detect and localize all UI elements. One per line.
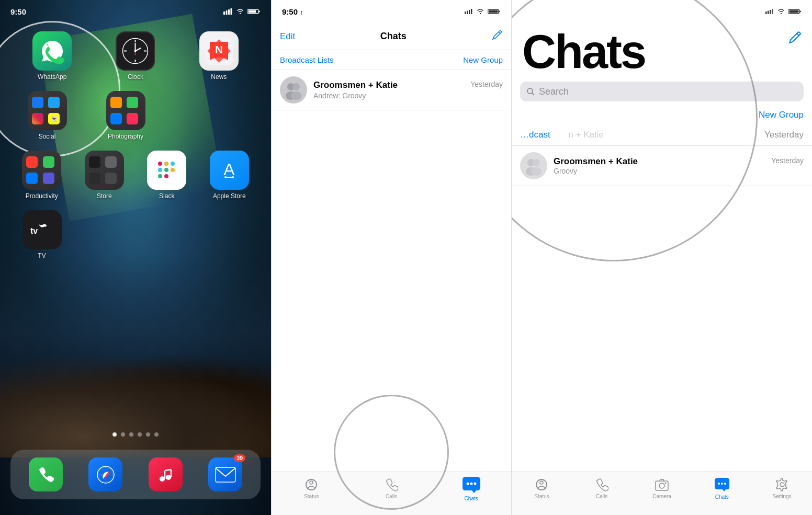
whatsapp-logo (39, 38, 65, 64)
zoom-camera-label: Camera (652, 494, 671, 499)
store-icon-el[interactable] (85, 151, 124, 190)
svg-point-62 (473, 482, 476, 485)
chats-time: 9:50 ↑ (282, 7, 303, 16)
slack-icon-el[interactable] (147, 151, 186, 190)
signal-icon-3 (765, 9, 774, 14)
svg-rect-50 (471, 9, 472, 14)
zoom-chats-label: Chats (715, 494, 729, 500)
chat-avatar-groomsmen (280, 76, 307, 104)
appletv-svg: tv (29, 222, 55, 238)
zoom-broadcast-partial: …dcast n + Katie Yesterday (512, 124, 812, 146)
svg-rect-22 (164, 168, 168, 172)
new-group-button[interactable]: New Group (463, 55, 503, 64)
wifi-icon-3 (777, 8, 785, 15)
zoom-tab-status[interactable]: Status (512, 478, 572, 499)
zoom-chat-item: Groomsmen + Katie Yesterday Groovy (512, 146, 812, 186)
svg-rect-53 (489, 10, 498, 13)
zoom-status-icons (765, 8, 802, 15)
edit-button[interactable]: Edit (280, 31, 295, 42)
svg-line-71 (532, 93, 534, 95)
chat-name-groomsmen: Groomsmen + Katie (313, 80, 398, 90)
signal-icon-2 (465, 9, 473, 14)
svg-rect-5 (259, 11, 260, 13)
app-grid: WhatsApp (10, 31, 261, 270)
photo-mini-1 (110, 97, 122, 108)
slack-svg (154, 157, 180, 184)
svg-rect-3 (231, 8, 232, 15)
mail-badge: 39 (234, 454, 245, 462)
battery-icon-3 (788, 8, 802, 15)
page-dot-3 (129, 432, 133, 437)
social-mini-tw (48, 97, 60, 108)
app-row-4: tv TV (10, 210, 261, 259)
photography-folder[interactable]: Photography (99, 91, 152, 140)
whatsapp-app[interactable]: WhatsApp (26, 31, 78, 81)
slack-label: Slack (159, 192, 174, 200)
zoom-camera-icon (655, 478, 669, 491)
compose-icon (491, 29, 503, 41)
tab-calls[interactable]: Calls (352, 478, 432, 499)
slack-app[interactable]: Slack (141, 151, 193, 200)
applestore-app[interactable]: A Apple Store (203, 151, 255, 200)
social-icon-el[interactable]: 👻 (28, 91, 67, 130)
zoom-tab-chats-active[interactable]: Chats (692, 477, 752, 500)
zoom-new-group-button[interactable]: New Group (759, 110, 804, 120)
chat-item-groomsmen[interactable]: Groomsmen + Katie Yesterday Andrew: Groo… (272, 70, 511, 110)
phone-dock-icon[interactable] (29, 457, 63, 491)
news-icon-el[interactable]: N (199, 31, 239, 71)
zoom-tab-camera[interactable]: Camera (632, 478, 692, 499)
clock-icon-el[interactable] (116, 31, 155, 71)
appletv-icon-el[interactable]: tv (22, 210, 62, 249)
svg-rect-46 (216, 467, 235, 482)
svg-point-57 (291, 91, 301, 100)
svg-point-81 (718, 483, 720, 485)
photo-icon-el[interactable] (106, 91, 145, 130)
social-folder[interactable]: 👻 Social (21, 91, 73, 140)
clock-svg (121, 37, 150, 65)
battery-icon (247, 8, 261, 15)
prod-mini-3 (26, 173, 38, 184)
broadcast-partial-time: Yesterday (764, 130, 804, 140)
chats-tab-icon (461, 476, 481, 494)
rocks-overlay (0, 353, 271, 457)
mail-dock-icon[interactable]: 39 (208, 457, 242, 491)
svg-rect-21 (158, 168, 162, 172)
prod-mini-1 (26, 156, 38, 168)
whatsapp-icon[interactable] (32, 31, 72, 71)
store-mini-2 (105, 156, 117, 168)
zoom-new-group[interactable]: New Group (512, 108, 812, 124)
zoom-tab-settings[interactable]: Settings (752, 478, 812, 499)
svg-point-80 (664, 482, 666, 484)
tab-chats-active[interactable]: Chats (431, 476, 511, 501)
store-folder[interactable]: Store (78, 151, 130, 200)
news-app[interactable]: N News (193, 31, 245, 81)
clock-app[interactable]: Clock (109, 31, 162, 81)
apple-store-icon-el[interactable]: A (210, 151, 249, 190)
zoom-search-bar[interactable]: Search (520, 82, 804, 101)
zoom-compose-button[interactable] (788, 31, 802, 48)
svg-rect-47 (465, 12, 466, 14)
zoom-chats-icon (714, 477, 730, 492)
chat-header-row: Groomsmen + Katie Yesterday (313, 80, 503, 90)
svg-line-44 (165, 470, 171, 471)
svg-rect-0 (223, 12, 225, 15)
compose-button[interactable] (491, 29, 503, 43)
safari-dock-icon[interactable] (88, 457, 122, 491)
svg-rect-1 (226, 10, 228, 15)
page-dot-6 (154, 432, 159, 437)
svg-rect-52 (499, 11, 500, 13)
svg-rect-48 (467, 11, 468, 15)
productivity-folder[interactable]: Productivity (16, 151, 68, 200)
svg-rect-78 (656, 481, 668, 490)
chats-status-icons (465, 8, 501, 15)
zoom-settings-label: Settings (773, 494, 792, 499)
calls-tab-icon (385, 478, 398, 491)
zoom-tab-calls[interactable]: Calls (572, 478, 632, 499)
broadcast-lists-button[interactable]: Broadcast Lists (280, 55, 334, 64)
tab-status[interactable]: Status (272, 478, 352, 499)
status-tab-icon (304, 478, 318, 491)
music-dock-icon[interactable] (149, 457, 183, 491)
appletv-app[interactable]: tv TV (16, 210, 68, 259)
prod-icon-el[interactable] (22, 151, 61, 190)
svg-point-77 (540, 481, 543, 484)
